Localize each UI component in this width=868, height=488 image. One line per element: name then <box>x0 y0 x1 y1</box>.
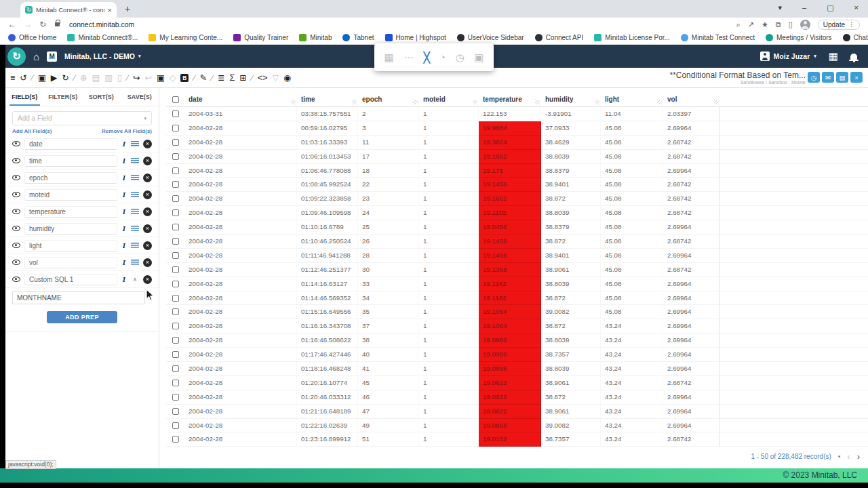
share-icon[interactable]: ↗ <box>748 20 754 29</box>
org-selector[interactable]: Minitab, LLC - DEMO ▾ <box>64 52 140 60</box>
remove-field-icon[interactable]: × <box>143 241 152 250</box>
summarize-icon[interactable]: Σ <box>230 73 235 83</box>
row-checkbox[interactable] <box>166 107 184 121</box>
row-checkbox[interactable] <box>166 362 184 376</box>
field-settings-sliders-icon[interactable] <box>131 174 139 181</box>
pivot-icon[interactable]: ⊞ <box>239 73 246 83</box>
visibility-eye-icon[interactable] <box>12 209 20 214</box>
forward-icon[interactable]: → <box>24 20 32 29</box>
profile-avatar[interactable] <box>800 20 810 30</box>
row-checkbox[interactable] <box>166 305 184 319</box>
row-checkbox[interactable] <box>166 136 184 150</box>
back-icon[interactable]: ← <box>8 20 16 29</box>
row-checkbox[interactable] <box>166 235 184 249</box>
sidebar-tab-saves[interactable]: SAVE(S) <box>121 88 159 106</box>
close-view-button[interactable]: × <box>850 72 863 83</box>
visibility-eye-icon[interactable] <box>12 277 20 282</box>
new-tab-button[interactable]: + <box>125 3 130 14</box>
bookmark-star-icon[interactable]: ★ <box>762 20 768 29</box>
bookmark-item[interactable]: Quality Trainer <box>233 34 288 41</box>
row-checkbox[interactable] <box>166 405 184 419</box>
save-as-icon[interactable]: ▣ <box>157 73 165 83</box>
remove-field-icon[interactable]: × <box>143 157 152 165</box>
browser-tab[interactable]: ↻ Minitab Connect® - connect.m... × <box>20 2 117 18</box>
window-minimize-icon[interactable]: – <box>802 3 806 12</box>
remove-field-icon[interactable]: × <box>143 190 152 199</box>
row-checkbox[interactable] <box>166 419 184 433</box>
select-all-checkbox[interactable] <box>166 92 184 107</box>
edit-icon[interactable]: ✎ <box>199 73 206 83</box>
row-checkbox[interactable] <box>166 333 184 348</box>
bookmark-item[interactable]: My Learning Conte... <box>149 34 222 41</box>
row-checkbox[interactable] <box>166 121 184 136</box>
save-icon[interactable]: ▣ <box>38 73 46 83</box>
row-checkbox[interactable] <box>166 178 184 192</box>
record-count-label[interactable]: 1 - 50 of 228,482 record(s) <box>751 453 831 460</box>
prep-sliders-icon[interactable]: ≣ <box>218 73 224 83</box>
field-settings-sliders-icon[interactable] <box>131 140 139 147</box>
remove-field-icon[interactable]: × <box>143 258 152 267</box>
collapse-up-icon[interactable]: ∧ <box>131 277 139 283</box>
home-icon[interactable]: ⌂ <box>33 51 39 62</box>
bookmark-item[interactable]: Chat GPT3 <box>843 34 868 41</box>
bookmark-item[interactable]: Office Home <box>8 34 56 41</box>
custom-sql-row[interactable]: Custom SQL 1 I ∧ × <box>5 271 159 288</box>
visibility-eye-icon[interactable] <box>12 175 20 180</box>
italic-info-icon[interactable]: I <box>121 157 127 165</box>
pie-chart-icon[interactable]: ◔ <box>439 52 446 63</box>
prev-page-icon[interactable]: ‹ <box>847 451 850 462</box>
custom-sql-input[interactable]: MONTHNAME <box>12 291 145 304</box>
extensions-icon[interactable]: ⧉ <box>776 20 781 29</box>
schedule-button[interactable]: ◷ <box>808 72 820 83</box>
search-icon[interactable]: ⌕ <box>736 20 741 29</box>
field-settings-sliders-icon[interactable] <box>131 225 139 232</box>
table-columns-icon[interactable]: ▦ <box>384 52 393 64</box>
binary-data-icon[interactable]: B <box>180 74 189 82</box>
chrome-menu-icon[interactable]: ⋮ <box>848 21 854 28</box>
row-checkbox[interactable] <box>166 348 184 362</box>
user-menu[interactable]: Moiz Juzar ▾ <box>760 52 816 61</box>
column-header-vol[interactable]: vol <box>663 92 720 107</box>
row-checkbox[interactable] <box>166 319 184 333</box>
field-name[interactable]: time <box>24 155 117 167</box>
field-settings-sliders-icon[interactable] <box>131 259 139 266</box>
sidebar-tab-sorts[interactable]: SORT(S) <box>82 88 121 106</box>
remove-field-icon[interactable]: × <box>143 140 152 148</box>
sidebar-panel-icon[interactable]: ▯ <box>789 20 793 29</box>
prep-tools-icon[interactable]: ╳ <box>424 52 430 64</box>
bookmark-item[interactable]: Connect API <box>535 34 584 41</box>
next-page-icon[interactable]: › <box>857 451 860 462</box>
row-checkbox[interactable] <box>166 376 184 390</box>
field-settings-sliders-icon[interactable] <box>131 242 139 249</box>
row-checkbox[interactable] <box>166 249 184 263</box>
column-header-humidity[interactable]: humidity <box>541 92 601 107</box>
row-checkbox[interactable] <box>166 390 184 405</box>
custom-sql-name[interactable]: Custom SQL 1 <box>24 274 117 285</box>
bookmark-item[interactable]: Minitab License Por... <box>594 34 670 41</box>
visibility-eye-icon[interactable] <box>12 141 20 146</box>
reload-icon[interactable]: ↻ <box>39 20 46 29</box>
remove-field-icon[interactable]: × <box>143 207 152 216</box>
visibility-eye-icon[interactable] <box>12 243 20 248</box>
italic-info-icon[interactable]: I <box>121 275 127 283</box>
visibility-eye-icon[interactable] <box>12 192 20 197</box>
row-checkbox[interactable] <box>166 277 184 291</box>
export-icon[interactable]: ↪ <box>133 73 140 83</box>
field-name[interactable]: humidity <box>24 223 117 235</box>
add-field-select[interactable]: Add a Field ▾ <box>12 111 152 125</box>
column-header-time[interactable]: time <box>297 92 358 107</box>
bookmark-item[interactable]: Minitab Test Connect <box>681 34 755 41</box>
url-text[interactable]: connect.minitab.com <box>69 20 729 28</box>
field-settings-sliders-icon[interactable] <box>131 208 139 215</box>
column-header-moteid[interactable]: moteid <box>419 92 479 107</box>
field-name[interactable]: vol <box>24 257 117 268</box>
column-header-light[interactable]: light <box>601 92 663 107</box>
comment-button[interactable]: ✉ <box>822 72 834 83</box>
gauge-icon[interactable]: ◷ <box>456 52 465 64</box>
flow-connect-icon[interactable]: ⋯ <box>403 52 414 64</box>
minitab-connect-logo-icon[interactable]: ↻ <box>7 47 26 66</box>
update-button[interactable]: Update ⋮ <box>818 20 860 30</box>
bookmark-item[interactable]: Meetings / Visitors <box>766 34 832 41</box>
remove-field-icon[interactable]: × <box>143 174 152 182</box>
field-name[interactable]: moteid <box>24 189 117 201</box>
